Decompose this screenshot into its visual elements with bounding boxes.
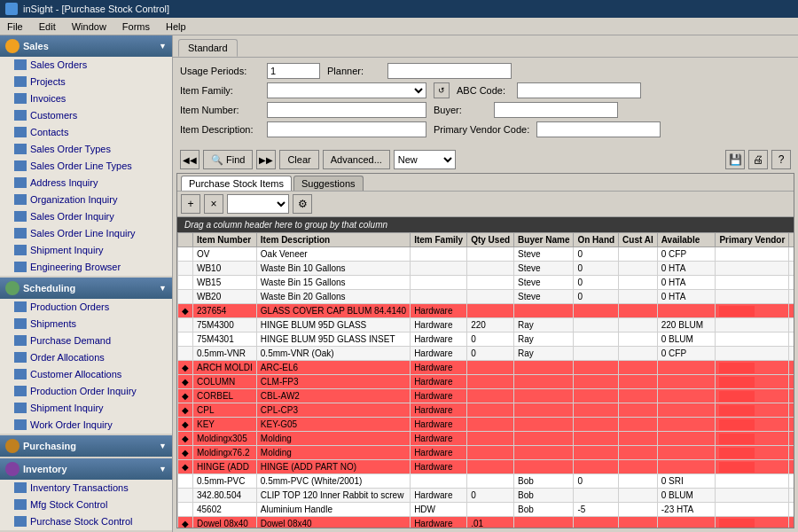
sidebar-item-engineering-browser[interactable]: Engineering Browser — [0, 259, 172, 276]
tab-purchase-stock-items[interactable]: Purchase Stock Items — [181, 176, 292, 191]
sidebar-item-sales-order-line-inquiry[interactable]: Sales Order Line Inquiry — [0, 225, 172, 242]
sidebar-item-production-orders[interactable]: Production Orders — [0, 299, 172, 316]
item-family-refresh-btn[interactable]: ↺ — [434, 82, 450, 98]
buyer-input[interactable] — [494, 102, 618, 118]
sidebar-header-scheduling[interactable]: Scheduling ▼ — [0, 278, 172, 299]
col-item-number[interactable]: Item Number — [193, 233, 257, 247]
table-row[interactable]: OVOak VeneerSteve00 CFPColumbia Forest P… — [178, 247, 794, 262]
table-row[interactable]: ◆KEYKEY-G05Hardware — [178, 418, 794, 432]
sidebar-item-order-allocations[interactable]: Order Allocations — [0, 349, 172, 366]
tab-standard[interactable]: Standard — [178, 39, 238, 57]
table-row[interactable]: 0.5mm-PVC0.5mm-PVC (White/2001)Bob00 SRI… — [178, 474, 794, 489]
sidebar-item-customers[interactable]: Customers — [0, 107, 172, 124]
table-row[interactable]: ◆Dowel 08x40Dowel 08x40Hardware.01 — [178, 517, 794, 528]
sidebar-item-projects[interactable]: Projects — [0, 74, 172, 90]
inventory-collapse-arrow[interactable]: ▼ — [159, 465, 167, 473]
item-family-select[interactable] — [267, 82, 426, 98]
sidebar-item-mfg-stock-control[interactable]: Mfg Stock Control — [0, 497, 172, 513]
item-number-input[interactable] — [267, 102, 426, 118]
table-row[interactable]: ◆CPLCPL-CP3Hardware — [178, 403, 794, 418]
col-primary-vendor-name[interactable]: Primary Vendor Name — [789, 233, 794, 247]
add-row-btn[interactable]: + — [181, 194, 200, 214]
sidebar-item-address-inquiry[interactable]: Address Inquiry — [0, 175, 172, 192]
table-cell — [716, 318, 789, 332]
menu-edit[interactable]: Edit — [35, 20, 59, 33]
col-available[interactable]: Available — [657, 233, 716, 247]
sidebar-item-sales-order-line-types[interactable]: Sales Order Line Types — [0, 158, 172, 175]
sidebar-item-sales-order-inquiry[interactable]: Sales Order Inquiry — [0, 208, 172, 225]
sidebar-item-shipment-inquiry[interactable]: Shipment Inquiry — [0, 242, 172, 259]
advanced-btn[interactable]: Advanced... — [323, 150, 390, 169]
sidebar-item-org-inquiry[interactable]: Organization Inquiry — [0, 192, 172, 208]
col-item-family[interactable]: Item Family — [411, 233, 467, 247]
table-row[interactable]: 342.80.504CLIP TOP 120 Inner Rabbit to s… — [178, 489, 794, 503]
table-row[interactable]: 0.5mm-VNR0.5mm-VNR (Oak)Hardware0Ray0 CF… — [178, 347, 794, 361]
table-row[interactable]: ◆ARCH MOLDIARC-EL6Hardware — [178, 361, 794, 375]
sidebar-item-sales-order-types[interactable]: Sales Order Types — [0, 141, 172, 158]
sidebar-item-purchase-stock-control[interactable]: Purchase Stock Control — [0, 513, 172, 530]
menu-file[interactable]: File — [4, 20, 27, 33]
table-row[interactable]: 75M4301HINGE BLUM 95D GLASS INSETHardwar… — [178, 332, 794, 347]
filter-btn[interactable]: ⚙ — [293, 194, 312, 214]
production-orders-icon — [14, 301, 27, 312]
delete-row-btn[interactable]: × — [204, 194, 223, 214]
sidebar-header-sales[interactable]: Sales ▼ — [0, 35, 172, 57]
data-grid[interactable]: Item Number Item Description Item Family… — [177, 232, 794, 528]
col-cust-al[interactable]: Cust Al — [619, 233, 658, 247]
menu-window[interactable]: Window — [68, 20, 110, 33]
sidebar-header-purchasing[interactable]: Purchasing ▼ — [0, 435, 172, 457]
print-btn[interactable]: 🖨 — [748, 150, 768, 169]
sidebar-item-purchase-demand[interactable]: Purchase Demand — [0, 332, 172, 349]
usage-periods-input[interactable] — [267, 63, 320, 79]
table-cell — [657, 375, 716, 389]
table-row[interactable]: ◆Moldingx305MoldingHardware — [178, 432, 794, 446]
abc-code-input[interactable] — [517, 82, 641, 98]
sidebar-item-invoices[interactable]: Invoices — [0, 90, 172, 107]
clear-btn[interactable]: Clear — [279, 150, 318, 169]
table-filter-select[interactable] — [227, 194, 289, 214]
table-row[interactable]: ◆237654GLASS COVER CAP BLUM 84.4140Hardw… — [178, 304, 794, 318]
find-btn[interactable]: 🔍 Find — [203, 150, 253, 169]
table-row[interactable]: WB15Waste Bin 15 GallonsSteve00 HTAHetti… — [178, 276, 794, 290]
menu-forms[interactable]: Forms — [119, 20, 153, 33]
sidebar-item-inventory-transactions[interactable]: Inventory Transactions — [0, 480, 172, 497]
col-primary-vendor[interactable]: Primary Vendor — [716, 233, 789, 247]
nav-next-btn[interactable]: ▶▶ — [256, 150, 276, 169]
table-cell — [467, 403, 514, 418]
col-item-desc[interactable]: Item Description — [256, 233, 410, 247]
table-cell — [467, 247, 514, 262]
table-row[interactable]: ◆COLUMNCLM-FP3Hardware — [178, 375, 794, 389]
sidebar-item-shipments[interactable]: Shipments — [0, 316, 172, 332]
sidebar-item-work-order-inquiry[interactable]: Work Order Inquiry — [0, 417, 172, 434]
sales-collapse-arrow[interactable]: ▼ — [159, 42, 167, 51]
sidebar-item-production-order-inquiry[interactable]: Production Order Inquiry — [0, 383, 172, 400]
item-desc-input[interactable] — [267, 121, 426, 137]
table-row[interactable]: ◆Moldingx76.2MoldingHardware — [178, 446, 794, 460]
sidebar-item-customer-allocations[interactable]: Customer Allocations — [0, 366, 172, 383]
tab-suggestions[interactable]: Suggestions — [293, 176, 364, 191]
planner-input[interactable] — [387, 63, 512, 79]
export-btn[interactable]: 💾 — [725, 150, 745, 169]
status-select[interactable]: New — [394, 150, 456, 169]
scheduling-collapse-arrow[interactable]: ▼ — [159, 284, 167, 293]
sidebar-header-inventory[interactable]: Inventory ▼ — [0, 458, 172, 480]
purchasing-collapse-arrow[interactable]: ▼ — [159, 442, 167, 450]
nav-first-btn[interactable]: ◀◀ — [180, 150, 200, 169]
table-row[interactable]: ◆CORBELCBL-AW2Hardware — [178, 389, 794, 403]
table-row[interactable]: WB10Waste Bin 10 GallonsSteve00 HTAHetti… — [178, 262, 794, 276]
table-cell — [657, 418, 716, 432]
primary-vendor-input[interactable] — [536, 121, 661, 137]
col-on-hand[interactable]: On Hand — [574, 233, 619, 247]
table-row[interactable]: 75M4300HINGE BLUM 95D GLASSHardware220Ra… — [178, 318, 794, 332]
help-btn[interactable]: ? — [771, 150, 791, 169]
menu-help[interactable]: Help — [162, 20, 190, 33]
table-row[interactable]: 45602Aluminium HandleHDWBob-5-23 HTAHett… — [178, 503, 794, 517]
table-cell: WB10 — [193, 262, 257, 276]
table-row[interactable]: WB20Waste Bin 20 GallonsSteve00 HTAHetti… — [178, 290, 794, 304]
sidebar-item-scheduling-shipment-inquiry[interactable]: Shipment Inquiry — [0, 400, 172, 417]
table-row[interactable]: ◆HINGE (ADDHINGE (ADD PART NO)Hardware — [178, 460, 794, 474]
col-qty-used[interactable]: Qty Used — [467, 233, 514, 247]
col-buyer-name[interactable]: Buyer Name — [514, 233, 574, 247]
sidebar-item-contacts[interactable]: Contacts — [0, 124, 172, 141]
sidebar-item-sales-orders[interactable]: Sales Orders — [0, 57, 172, 74]
